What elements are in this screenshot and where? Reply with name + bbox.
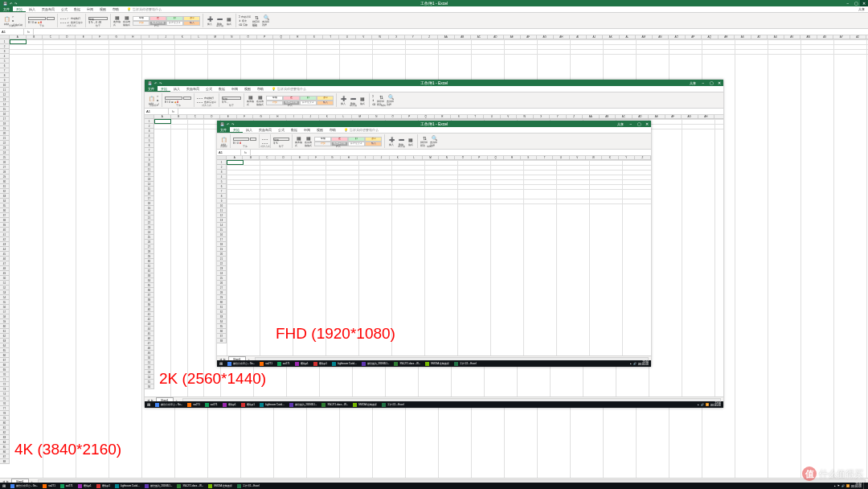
column-header[interactable]: AG	[537, 35, 554, 39]
maximize-button[interactable]: ▢	[707, 80, 715, 86]
tab-data[interactable]: 数据	[71, 6, 84, 12]
taskbar-item[interactable]: 喷绘.p1	[311, 360, 330, 367]
tab-review[interactable]: 审阅	[84, 6, 96, 12]
minimize-button[interactable]: −	[699, 80, 707, 86]
column-header[interactable]: AE	[504, 35, 521, 39]
column-header[interactable]: AA	[438, 35, 455, 39]
column-header[interactable]: P	[472, 156, 488, 159]
column-header[interactable]: F	[309, 156, 325, 159]
taskbar-item[interactable]: Lightroom Catal...	[257, 401, 287, 408]
column-header[interactable]: R	[504, 156, 520, 159]
column-header[interactable]: L	[191, 35, 208, 39]
column-header[interactable]: AN	[653, 35, 669, 39]
save-icon[interactable]: 💾	[3, 2, 7, 6]
column-header[interactable]: M	[423, 156, 439, 159]
taskbar-clock[interactable]: 23:342019/5/20	[851, 483, 862, 489]
column-header[interactable]: R	[435, 115, 452, 118]
column-header[interactable]: AH	[554, 35, 571, 39]
column-header[interactable]: S	[451, 115, 468, 118]
row-header[interactable]: 56	[145, 384, 154, 389]
column-header[interactable]: F	[92, 35, 109, 39]
column-header[interactable]: Z	[422, 35, 439, 39]
column-header[interactable]: N	[369, 115, 386, 118]
column-header[interactable]: AI	[570, 35, 587, 39]
column-header[interactable]: O	[455, 156, 471, 159]
taskbar-item[interactable]: sw271	[257, 360, 275, 367]
column-header[interactable]: A	[227, 156, 243, 159]
share-button[interactable]: 共享	[858, 6, 865, 12]
taskbar-item[interactable]: 喷绘.p1	[220, 401, 239, 408]
row-header[interactable]: 88	[0, 459, 10, 464]
column-header[interactable]: L	[336, 115, 353, 118]
column-header[interactable]: AV	[784, 35, 801, 39]
show-desktop-button[interactable]	[863, 483, 866, 489]
column-header[interactable]: B	[171, 115, 188, 118]
column-header[interactable]: AZ	[850, 35, 867, 39]
column-header[interactable]: B	[243, 156, 259, 159]
taskbar-item[interactable]: sw271	[40, 483, 58, 489]
column-header[interactable]: AH	[698, 115, 715, 118]
column-header[interactable]: AB	[455, 35, 472, 39]
column-header[interactable]: AE	[649, 115, 665, 118]
taskbar-item[interactable]: SW-271.docx - W...	[319, 401, 350, 408]
column-header[interactable]: P	[402, 115, 419, 118]
column-header[interactable]: X	[389, 35, 406, 39]
column-header[interactable]: AD	[633, 115, 649, 118]
name-box[interactable]: A1	[0, 29, 24, 35]
taskbar-item[interactable]: 微信图片_2019051...	[287, 401, 320, 408]
column-header[interactable]: AK	[603, 35, 620, 39]
column-header[interactable]: Y	[550, 115, 567, 118]
system-tray[interactable]: ▴⚑🔊📶 23:342019/5/20	[832, 483, 868, 489]
taskbar-item[interactable]: 微信图片_2019051...	[142, 483, 175, 489]
column-header[interactable]: AT	[751, 35, 768, 39]
tell-me-search[interactable]: 告诉我你想要做什么	[127, 6, 162, 12]
column-header[interactable]: AJ	[587, 35, 604, 39]
column-header[interactable]: T	[468, 115, 485, 118]
column-header[interactable]: D	[59, 35, 76, 39]
column-header[interactable]: AC	[471, 35, 488, 39]
column-header[interactable]: X	[602, 156, 618, 159]
taskbar-item[interactable]: 工作簿1 - Excel	[235, 483, 262, 489]
share-button[interactable]: 共享	[690, 81, 696, 85]
redo-icon[interactable]: ↷	[14, 2, 17, 6]
column-header[interactable]: V	[356, 35, 373, 39]
close-button[interactable]: ✕	[715, 80, 723, 86]
column-header[interactable]: J	[374, 156, 390, 159]
column-header[interactable]: W	[517, 115, 534, 118]
column-header[interactable]: U	[484, 115, 501, 118]
column-header[interactable]: M	[352, 115, 369, 118]
column-header[interactable]: A	[10, 35, 27, 39]
column-header[interactable]: V	[570, 156, 586, 159]
column-header[interactable]: AG	[682, 115, 698, 118]
column-header[interactable]: N	[439, 156, 455, 159]
column-header[interactable]: D	[204, 115, 221, 118]
column-header[interactable]: H	[341, 156, 357, 159]
column-header[interactable]: I	[286, 115, 303, 118]
taskbar-item[interactable]: sw271	[203, 401, 220, 408]
maximize-button[interactable]: ▢	[852, 0, 860, 6]
column-header[interactable]: V	[501, 115, 518, 118]
column-header[interactable]: K	[390, 156, 406, 159]
column-header[interactable]: J	[303, 115, 320, 118]
row-header[interactable]: 38	[217, 339, 227, 343]
column-header[interactable]: T	[323, 35, 340, 39]
column-header[interactable]: I	[358, 156, 374, 159]
taskbar-item[interactable]: 喷绘.p1	[239, 401, 257, 408]
taskbar-item[interactable]: 微信公众平台 - Go...	[153, 401, 185, 408]
column-header[interactable]: J	[158, 35, 175, 39]
taskbar-item[interactable]: 喷绘.p1	[94, 483, 113, 489]
taskbar-item[interactable]: Lightroom Catal...	[330, 360, 359, 367]
column-header[interactable]: F	[237, 115, 254, 118]
column-header[interactable]: S	[306, 35, 323, 39]
column-header[interactable]: AA	[583, 115, 600, 118]
formula-input[interactable]	[34, 29, 868, 35]
column-header[interactable]: AR	[719, 35, 735, 39]
column-header[interactable]: E	[220, 115, 237, 118]
column-header[interactable]: C	[260, 156, 276, 159]
taskbar-item[interactable]: 喷绘.p1	[76, 483, 94, 489]
column-header[interactable]: G	[325, 156, 341, 159]
column-header[interactable]: AQ	[702, 35, 719, 39]
column-header[interactable]: T	[537, 156, 553, 159]
column-header[interactable]: AC	[616, 115, 633, 118]
column-header[interactable]: AD	[488, 35, 505, 39]
